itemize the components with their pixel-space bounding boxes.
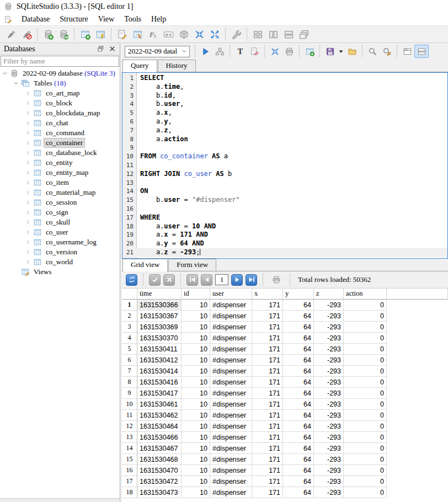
cell-id[interactable]: 10 bbox=[182, 344, 210, 355]
cell-id[interactable]: 10 bbox=[182, 399, 210, 410]
cell-id[interactable]: 10 bbox=[182, 388, 210, 399]
tree-item-co_username_log[interactable]: co_username_log bbox=[0, 237, 120, 247]
row-number[interactable]: 8 bbox=[122, 377, 137, 388]
tree-item-co_version[interactable]: co_version bbox=[0, 247, 120, 257]
cell-z[interactable]: -293 bbox=[314, 366, 344, 377]
cell-y[interactable]: 64 bbox=[283, 432, 314, 443]
cell-time[interactable]: 1631530472 bbox=[137, 476, 182, 487]
next-page-icon[interactable] bbox=[231, 274, 243, 286]
format-sql-icon[interactable] bbox=[268, 45, 282, 58]
column-header-action[interactable]: action bbox=[344, 289, 387, 300]
import-table-icon[interactable] bbox=[93, 27, 108, 41]
cell-action[interactable]: 0 bbox=[344, 377, 387, 388]
chevron-right-icon[interactable] bbox=[24, 229, 32, 235]
tree-item-co_material_map[interactable]: co_material_map bbox=[0, 188, 120, 197]
menu-item-tools[interactable]: Tools bbox=[119, 14, 146, 24]
cell-id[interactable]: 10 bbox=[182, 487, 210, 498]
cell-id[interactable]: 10 bbox=[182, 300, 210, 311]
cell-z[interactable]: -293 bbox=[314, 476, 344, 487]
cell-user[interactable]: #dispenser bbox=[210, 487, 252, 498]
cell-x[interactable]: 171 bbox=[252, 344, 283, 355]
column-header-y[interactable]: y bbox=[283, 289, 314, 300]
menu-item-help[interactable]: Help bbox=[146, 14, 171, 24]
cell-action[interactable]: 0 bbox=[344, 443, 387, 454]
chevron-right-icon[interactable] bbox=[24, 140, 32, 146]
cell-action[interactable]: 0 bbox=[344, 476, 387, 487]
code-line-17[interactable]: 17WHERE bbox=[122, 213, 447, 222]
chevron-right-icon[interactable] bbox=[24, 220, 32, 225]
cell-user[interactable]: #dispenser bbox=[210, 388, 252, 399]
new-table-icon[interactable] bbox=[77, 27, 93, 41]
results-tab-grid-view[interactable]: Grid view bbox=[122, 259, 168, 271]
row-number[interactable]: 11 bbox=[122, 410, 137, 421]
code-line-19[interactable]: 19 a.x = 171 AND bbox=[122, 231, 447, 239]
cell-y[interactable]: 64 bbox=[283, 366, 314, 377]
execute-query-icon[interactable] bbox=[198, 45, 212, 58]
cell-time[interactable]: 1631530466 bbox=[137, 432, 182, 443]
reload-database-icon[interactable] bbox=[56, 27, 71, 41]
tree-item-co_session[interactable]: co_session bbox=[0, 197, 120, 207]
cell-user[interactable]: #dispenser bbox=[210, 454, 252, 465]
tree-item-co_skull[interactable]: co_skull bbox=[0, 217, 120, 227]
last-page-icon[interactable] bbox=[246, 274, 257, 286]
cell-time[interactable]: 1631530417 bbox=[137, 388, 182, 399]
cell-user[interactable]: #dispenser bbox=[210, 355, 252, 366]
code-line-18[interactable]: 18 a.user = 10 AND bbox=[122, 222, 447, 231]
cell-x[interactable]: 171 bbox=[252, 432, 283, 443]
cell-action[interactable]: 0 bbox=[344, 388, 387, 399]
cell-action[interactable]: 0 bbox=[344, 366, 387, 377]
cell-time[interactable]: 1631530367 bbox=[137, 311, 182, 322]
cell-z[interactable]: -293 bbox=[314, 454, 344, 465]
cell-user[interactable]: #dispenser bbox=[210, 377, 252, 388]
cell-z[interactable]: -293 bbox=[314, 388, 344, 399]
cell-time[interactable]: 1631530464 bbox=[137, 421, 182, 432]
cell-user[interactable]: #dispenser bbox=[210, 311, 252, 322]
cell-time[interactable]: 1631530369 bbox=[137, 322, 182, 333]
cell-time[interactable]: 1631530370 bbox=[137, 333, 182, 344]
cell-z[interactable]: -293 bbox=[314, 355, 344, 366]
print-query-icon[interactable] bbox=[282, 45, 296, 58]
cell-z[interactable]: -293 bbox=[314, 432, 344, 443]
collations-editor-icon[interactable]: a·z bbox=[161, 27, 176, 41]
cascade-windows-icon[interactable] bbox=[296, 27, 312, 41]
shrink-windows-icon[interactable] bbox=[191, 27, 207, 41]
code-line-12[interactable]: 12RIGHT JOIN co_user AS b bbox=[122, 170, 447, 179]
code-line-13[interactable]: 13 bbox=[122, 179, 447, 188]
filter-input[interactable] bbox=[1, 56, 119, 67]
cell-id[interactable]: 10 bbox=[182, 377, 210, 388]
chevron-right-icon[interactable] bbox=[24, 259, 32, 265]
cell-z[interactable]: -293 bbox=[314, 443, 344, 454]
page-number-input[interactable] bbox=[215, 274, 228, 285]
close-panel-icon[interactable] bbox=[108, 45, 117, 53]
cell-id[interactable]: 10 bbox=[182, 333, 210, 344]
tree-item-co_block[interactable]: co_block bbox=[0, 98, 120, 108]
save-sql-icon[interactable] bbox=[323, 45, 337, 58]
add-database-icon[interactable] bbox=[40, 27, 56, 41]
cell-time[interactable]: 1631530462 bbox=[137, 410, 182, 421]
cell-id[interactable]: 10 bbox=[182, 355, 210, 366]
expand-windows-icon[interactable] bbox=[207, 27, 222, 41]
code-line-21[interactable]: 21 a.z = -293; bbox=[122, 248, 447, 257]
cell-z[interactable]: -293 bbox=[314, 300, 344, 311]
configuration-icon[interactable] bbox=[228, 27, 244, 41]
rollback-icon[interactable] bbox=[163, 274, 175, 286]
cell-user[interactable]: #dispenser bbox=[210, 322, 252, 333]
code-line-5[interactable]: 5 a.x, bbox=[122, 109, 447, 118]
replace-icon[interactable] bbox=[380, 45, 394, 58]
row-number[interactable]: 1 bbox=[122, 300, 137, 311]
cell-user[interactable]: #dispenser bbox=[210, 333, 252, 344]
tree-item-co_blockdata_map[interactable]: co_blockdata_map bbox=[0, 108, 120, 118]
cell-action[interactable]: 0 bbox=[344, 300, 387, 311]
cell-z[interactable]: -293 bbox=[314, 399, 344, 410]
cell-time[interactable]: 1631530412 bbox=[137, 355, 182, 366]
cell-user[interactable]: #dispenser bbox=[210, 443, 252, 454]
clear-history-icon[interactable] bbox=[247, 45, 262, 58]
cell-action[interactable]: 0 bbox=[344, 344, 387, 355]
code-line-11[interactable]: 11 bbox=[122, 161, 447, 170]
cell-x[interactable]: 171 bbox=[252, 399, 283, 410]
chevron-right-icon[interactable] bbox=[24, 100, 32, 106]
code-line-8[interactable]: 8 a.action bbox=[122, 135, 447, 144]
cell-x[interactable]: 171 bbox=[252, 366, 283, 377]
cell-id[interactable]: 10 bbox=[182, 366, 210, 377]
chevron-down-icon[interactable] bbox=[1, 71, 9, 76]
